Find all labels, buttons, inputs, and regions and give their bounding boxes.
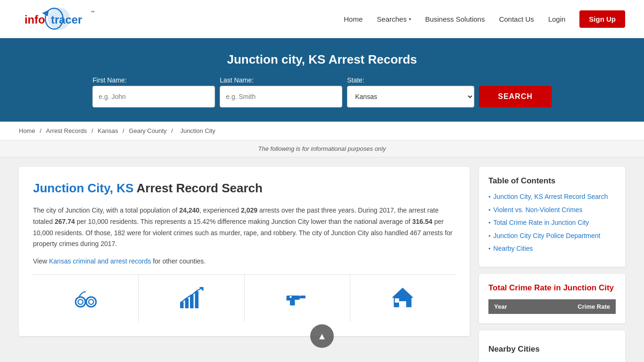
arrests-value: 2,029 bbox=[241, 206, 257, 214]
population-value: 24,240 bbox=[179, 206, 199, 214]
breadcrumb-kansas[interactable]: Kansas bbox=[98, 127, 118, 134]
svg-rect-22 bbox=[399, 301, 406, 307]
login-button[interactable]: Login bbox=[548, 15, 566, 23]
svg-rect-19 bbox=[287, 299, 291, 301]
col-year: Year bbox=[488, 299, 534, 314]
firstname-label: First Name: bbox=[92, 76, 126, 84]
icon-box-handcuffs bbox=[33, 275, 139, 322]
chevron-down-icon: ▾ bbox=[409, 16, 411, 22]
svg-rect-23 bbox=[395, 298, 399, 303]
crime-rate-title: Total Crime Rate in Junction City bbox=[488, 283, 616, 293]
site-header: info tracer ™ Home Searches ▾ Business S… bbox=[0, 0, 644, 38]
toc-link-3[interactable]: Total Crime Rate in Junction City bbox=[493, 218, 589, 228]
toc-link-4[interactable]: Junction City City Police Department bbox=[493, 231, 600, 241]
logo[interactable]: info tracer ™ bbox=[19, 5, 99, 33]
toc-list: Junction City, KS Arrest Record Search V… bbox=[488, 192, 616, 254]
firstname-group: First Name: bbox=[92, 76, 215, 107]
lastname-label: Last Name: bbox=[220, 76, 254, 84]
breadcrumb-sep4: / bbox=[171, 127, 174, 134]
nearby-cities-title: Nearby Cities bbox=[488, 345, 616, 354]
toc-link-1[interactable]: Junction City, KS Arrest Record Search bbox=[493, 192, 608, 202]
breadcrumb-sep2: / bbox=[91, 127, 95, 134]
col-crime-rate: Crime Rate bbox=[534, 299, 616, 314]
search-button[interactable]: SEARCH bbox=[479, 86, 552, 107]
toc-item-4: Junction City City Police Department bbox=[488, 231, 616, 241]
breadcrumb: Home / Arrest Records / Kansas / Geary C… bbox=[0, 122, 644, 140]
crime-rate-table: Year Crime Rate bbox=[488, 299, 616, 314]
svg-rect-12 bbox=[185, 298, 189, 308]
icon-box-crime-rate bbox=[139, 275, 244, 322]
content-link-para: View Kansas criminal and arrest records … bbox=[33, 257, 455, 265]
svg-marker-24 bbox=[392, 288, 413, 298]
breadcrumb-sep1: / bbox=[40, 127, 43, 134]
nav-searches-link[interactable]: Searches bbox=[377, 15, 406, 23]
content-area: Junction City, KS Arrest Record Search T… bbox=[19, 167, 470, 336]
icon-boxes bbox=[33, 274, 455, 322]
crime-rate-box: Total Crime Rate in Junction City Year C… bbox=[479, 274, 625, 323]
svg-rect-14 bbox=[195, 291, 198, 308]
handcuffs-icon bbox=[72, 284, 100, 313]
svg-rect-18 bbox=[290, 300, 295, 305]
nav-business[interactable]: Business Solutions bbox=[425, 15, 485, 23]
svg-text:tracer: tracer bbox=[51, 13, 82, 26]
svg-text:info: info bbox=[25, 13, 45, 26]
svg-point-20 bbox=[289, 296, 292, 298]
toc-box: Table of Contents Junction City, KS Arre… bbox=[479, 167, 625, 267]
nav-contact[interactable]: Contact Us bbox=[499, 15, 534, 23]
nav-searches[interactable]: Searches ▾ bbox=[377, 15, 411, 23]
firstname-input[interactable] bbox=[92, 86, 215, 107]
crime-rate-icon bbox=[177, 284, 206, 313]
svg-point-9 bbox=[89, 299, 94, 304]
hero-banner: Junction city, KS Arrest Records First N… bbox=[0, 38, 644, 122]
breadcrumb-geary-county[interactable]: Geary County bbox=[129, 127, 166, 134]
main-nav: Home Searches ▾ Business Solutions Conta… bbox=[344, 10, 625, 28]
svg-rect-17 bbox=[300, 296, 305, 298]
info-note: The following is for informational purpo… bbox=[0, 140, 644, 157]
lastname-group: Last Name: bbox=[220, 76, 342, 107]
page-title: Junction City, KS Arrest Record Search bbox=[33, 181, 455, 196]
state-label: State: bbox=[347, 76, 364, 84]
icon-box-gun bbox=[245, 275, 350, 322]
svg-point-7 bbox=[78, 299, 83, 304]
state-group: State: Kansas Alabama Alaska Arizona Ark… bbox=[347, 76, 474, 107]
content-description: The city of Junction City, with a total … bbox=[33, 205, 455, 250]
svg-point-8 bbox=[86, 297, 96, 307]
signup-button[interactable]: Sign Up bbox=[579, 10, 625, 28]
sidebar: Table of Contents Junction City, KS Arre… bbox=[479, 167, 625, 362]
toc-link-5[interactable]: Nearby Cities bbox=[493, 244, 533, 254]
svg-rect-13 bbox=[190, 295, 194, 309]
back-to-top-button[interactable]: ▲ bbox=[310, 324, 334, 348]
icon-box-house bbox=[350, 275, 455, 322]
breadcrumb-sep3: / bbox=[123, 127, 126, 134]
kansas-records-link[interactable]: Kansas criminal and arrest records bbox=[49, 257, 151, 265]
toc-link-2[interactable]: Violent vs. Non-Violent Crimes bbox=[493, 206, 582, 215]
state-select[interactable]: Kansas Alabama Alaska Arizona Arkansas C… bbox=[347, 86, 474, 107]
lastname-input[interactable] bbox=[220, 86, 342, 107]
house-icon bbox=[388, 284, 417, 313]
toc-item-5: Nearby Cities bbox=[488, 244, 616, 254]
svg-text:™: ™ bbox=[91, 10, 95, 15]
chevron-up-icon: ▲ bbox=[317, 331, 327, 342]
svg-point-6 bbox=[75, 297, 85, 307]
toc-item-1: Junction City, KS Arrest Record Search bbox=[488, 192, 616, 202]
toc-item-3: Total Crime Rate in Junction City bbox=[488, 218, 616, 228]
breadcrumb-home[interactable]: Home bbox=[19, 127, 35, 134]
gun-icon bbox=[283, 284, 311, 313]
search-form: First Name: Last Name: State: Kansas Ala… bbox=[86, 76, 558, 107]
breadcrumb-arrest-records[interactable]: Arrest Records bbox=[46, 127, 87, 134]
arrest-rate-value: 267.74 bbox=[55, 218, 75, 225]
svg-rect-11 bbox=[180, 302, 184, 309]
breadcrumb-junction-city: Junction City bbox=[180, 127, 215, 134]
toc-title: Table of Contents bbox=[488, 176, 616, 186]
nearby-cities-box: Nearby Cities bbox=[479, 330, 625, 362]
nav-home[interactable]: Home bbox=[344, 15, 363, 23]
city-name: Junction City, KS bbox=[33, 181, 133, 195]
national-avg-value: 316.54 bbox=[412, 218, 432, 225]
hero-title: Junction city, KS Arrest Records bbox=[19, 52, 625, 67]
toc-item-2: Violent vs. Non-Violent Crimes bbox=[488, 206, 616, 215]
